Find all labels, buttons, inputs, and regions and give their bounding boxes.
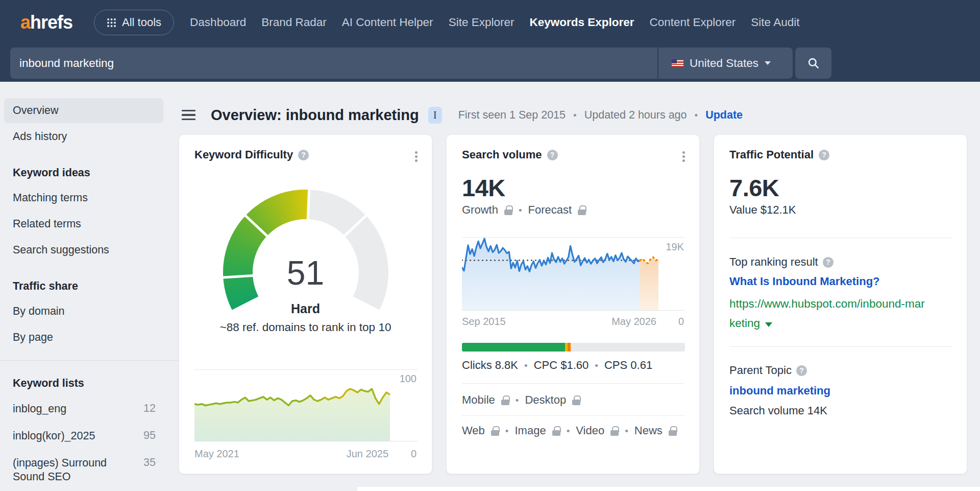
growth-label[interactable]: Growth [462,203,498,217]
clicks-stats-row: Clicks 8.8K CPC $1.60 CPS 0.61 [462,359,652,372]
ahrefs-logo[interactable]: ahrefs [20,12,72,33]
main-nav: Dashboard Brand Radar AI Content Helper … [182,16,807,29]
nav-item-brand-radar[interactable]: Brand Radar [254,16,334,29]
search-volume-card: Search volume 14K Growth Forecast 19K Se… [446,134,700,474]
x-axis-start-label: Sep 2015 [462,316,506,328]
search-icon [807,57,820,70]
metric-cards: Keyword Difficulty 51 Hard ~88 ref. doma… [179,134,980,474]
card-divider [729,346,951,347]
keyword-list-count: 95 [133,429,156,442]
search-button[interactable] [795,48,831,79]
clicks-stat: Clicks 8.8K [462,359,518,372]
help-icon[interactable] [823,257,834,268]
sidebar-divider [0,360,179,361]
sidebar-header-traffic-share: Traffic share [0,274,179,299]
nav-item-site-audit[interactable]: Site Audit [743,16,807,29]
device-row: Mobile Desktop [462,393,580,407]
help-icon[interactable] [796,365,807,376]
mobile-label[interactable]: Mobile [462,393,495,407]
card-divider [462,383,684,384]
chevron-down-icon [765,61,771,65]
serp-type-row: Web Image Video News [462,424,685,437]
lock-icon [578,205,586,215]
all-tools-label: All tools [122,16,161,29]
card-title: Traffic Potential [729,148,814,161]
parent-topic-label: Parent Topic [729,364,792,377]
help-icon[interactable] [547,150,558,160]
bar-segment-organic-clicks [462,343,565,352]
nav-item-site-explorer[interactable]: Site Explorer [441,16,522,29]
keyword-list-name: inblog_eng [13,402,117,416]
lock-icon [669,426,677,436]
separator-dot [567,424,570,437]
sidebar-item-overview[interactable]: Overview [4,98,163,123]
sidebar-item-matching-terms[interactable]: Matching terms [0,185,179,211]
forecast-label[interactable]: Forecast [528,203,572,217]
content: Overview: inbound marketing I First seen… [179,82,980,491]
parent-topic-volume: Search volume 14K [729,404,827,417]
parent-topic-link[interactable]: inbound marketing [729,384,830,398]
lock-icon [504,205,512,215]
all-tools-button[interactable]: All tools [94,10,174,35]
news-label[interactable]: News [634,424,663,437]
country-selector[interactable]: United States [657,48,793,79]
lock-icon [501,395,509,405]
sidebar-item-by-page[interactable]: By page [0,325,179,350]
web-label[interactable]: Web [462,424,485,437]
help-icon[interactable] [819,150,829,160]
country-label: United States [690,57,758,70]
sidebar-item-search-suggestions[interactable]: Search suggestions [0,238,179,263]
all-tools-grid-icon [107,18,116,28]
top-ranking-url-block: https://www.hubspot.com/inbound-marketin… [729,294,929,333]
nav-item-keywords-explorer[interactable]: Keywords Explorer [522,16,642,29]
top-ranking-result-link[interactable]: What Is Inbound Marketing? [729,275,880,288]
sidebar-item-by-domain[interactable]: By domain [0,299,179,324]
keyword-list-name: (inpages) Surround Sound SEO [13,456,117,484]
sidebar: Overview Ads history Keyword ideas Match… [0,82,179,491]
us-flag-icon [672,59,683,67]
separator-dot [595,359,598,372]
desktop-label[interactable]: Desktop [525,393,566,407]
separator-dot [524,359,528,372]
keyword-search-input[interactable] [10,48,657,79]
header-meta: First seen 1 Sep 2015 Updated 2 hours ag… [458,109,743,122]
kebab-menu-icon[interactable] [682,151,685,154]
lock-icon [552,426,560,436]
separator-dot [505,424,509,437]
top-ranking-row: Top ranking result [729,255,834,269]
x-axis-start-label: May 2021 [194,448,239,460]
x-axis-end-label: May 2026 [611,316,656,328]
nav-item-dashboard[interactable]: Dashboard [182,16,254,29]
top-ranking-url[interactable]: https://www.hubspot.com/inbound-marketin… [729,297,925,330]
keyword-list-name: inblog(kor)_2025 [13,429,117,443]
image-label[interactable]: Image [515,424,546,437]
logo-a: a [20,12,30,33]
nav-item-content-explorer[interactable]: Content Explorer [642,16,744,29]
page-title: Overview: inbound marketing [211,107,419,124]
nav-item-ai-content-helper[interactable]: AI Content Helper [334,16,441,29]
kd-history-chart [194,369,418,441]
cpc-stat: CPC $1.60 [534,359,589,372]
separator-dot [516,393,519,407]
shortcut-badge: I [428,107,442,124]
keyword-list-count: 35 [133,456,156,469]
lock-icon [610,426,619,436]
sidebar-header-keyword-lists: Keyword lists [0,371,179,396]
separator-dot [695,109,698,122]
content-header: Overview: inbound marketing I First seen… [179,82,980,127]
help-icon[interactable] [298,150,309,160]
sidebar-item-ads-history[interactable]: Ads history [0,124,179,149]
update-link[interactable]: Update [705,109,743,122]
keyword-list-item[interactable]: (inpages) Surround Sound SEO 35 [0,450,179,490]
url-expand-icon[interactable] [765,322,772,327]
menu-icon[interactable] [182,110,195,121]
top-ranking-label: Top ranking result [729,255,818,269]
sidebar-item-related-terms[interactable]: Related terms [0,212,179,237]
video-label[interactable]: Video [576,424,604,437]
search-row: United States [10,48,970,79]
keyword-list-item[interactable]: inblog_eng 12 [0,396,179,422]
keyword-list-item[interactable]: inblog(kor)_2025 95 [0,423,179,449]
keyword-difficulty-card: Keyword Difficulty 51 Hard ~88 ref. doma… [179,134,432,474]
kebab-menu-icon[interactable] [415,151,418,154]
top-bar: ahrefs All tools Dashboard Brand Radar A… [0,0,980,82]
